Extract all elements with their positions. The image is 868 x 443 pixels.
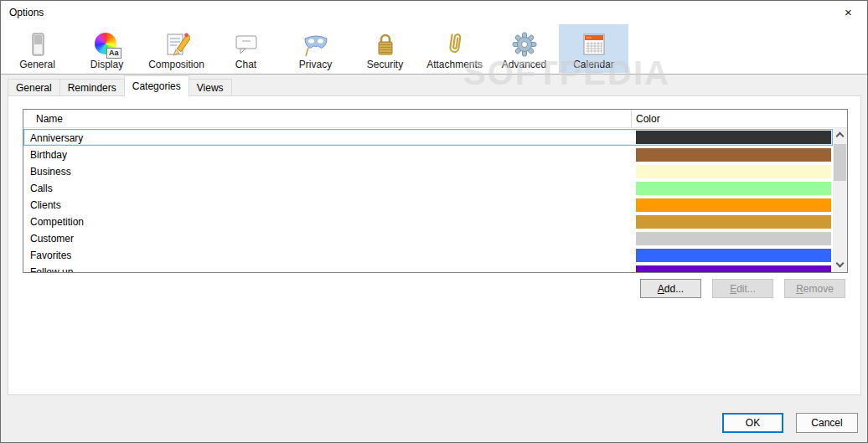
category-row[interactable]: Calls xyxy=(23,179,833,196)
add-button[interactable]: Add... xyxy=(640,279,701,298)
category-row[interactable]: Birthday xyxy=(23,146,833,162)
category-rows: Anniversary Birthday Business Calls Clie… xyxy=(23,129,833,273)
privacy-mask-icon xyxy=(302,31,329,58)
category-row[interactable]: Competition xyxy=(23,213,833,229)
toolbar-item-display[interactable]: Aa Display xyxy=(72,24,142,73)
category-row[interactable]: Clients xyxy=(23,196,833,213)
toolbar-item-label: Calendar xyxy=(573,59,614,70)
tab-label: General xyxy=(16,82,52,94)
attachments-paperclip-icon xyxy=(442,31,468,58)
toolbar-item-attachments[interactable]: Attachments xyxy=(420,24,489,73)
category-color-swatch xyxy=(636,131,831,144)
calendar-icon xyxy=(581,31,607,58)
category-row[interactable]: Favorites xyxy=(23,246,833,263)
category-color-swatch xyxy=(636,215,831,229)
toolbar-item-label: Composition xyxy=(148,59,204,70)
toolbar-item-composition[interactable]: Composition xyxy=(142,24,211,73)
category-row[interactable]: Follow up xyxy=(23,263,833,273)
toolbar-item-label: Advanced xyxy=(502,59,546,70)
advanced-gear-icon xyxy=(511,31,538,58)
options-toolbar: SOFTPEDIA General Aa Display Composi xyxy=(1,24,867,74)
tab-label: Views xyxy=(197,82,224,94)
tab-reminders[interactable]: Reminders xyxy=(59,79,125,96)
toolbar-item-general[interactable]: General xyxy=(3,24,72,73)
category-color-swatch xyxy=(636,165,831,178)
toolbar-item-label: Security xyxy=(367,59,403,70)
title-bar: Options × xyxy=(1,1,867,24)
categories-table: Name Color Anniversary Birthday Business… xyxy=(23,109,848,273)
remove-button[interactable]: Remove xyxy=(784,279,845,298)
category-name: Favorites xyxy=(30,250,71,261)
category-row[interactable]: Customer xyxy=(23,229,833,246)
categories-panel: Name Color Anniversary Birthday Business… xyxy=(8,95,861,395)
security-lock-icon xyxy=(372,31,399,58)
toolbar-item-label: General xyxy=(19,59,55,70)
tab-general[interactable]: General xyxy=(8,79,60,96)
toolbar-item-label: Display xyxy=(90,59,123,70)
options-dialog: Options × SOFTPEDIA General Aa Display xyxy=(0,0,868,443)
category-name: Anniversary xyxy=(30,132,83,144)
toolbar-item-label: Attachments xyxy=(426,59,483,70)
toolbar-item-calendar[interactable]: Calendar xyxy=(559,24,628,73)
category-color-swatch xyxy=(636,148,831,162)
category-color-swatch xyxy=(636,198,831,212)
toolbar-item-advanced[interactable]: Advanced xyxy=(489,24,559,73)
tab-label: Reminders xyxy=(68,82,116,94)
tab-label: Categories xyxy=(132,80,181,92)
toolbar-item-security[interactable]: Security xyxy=(350,24,420,73)
ok-button[interactable]: OK xyxy=(722,413,783,433)
toolbar-item-label: Privacy xyxy=(299,59,332,70)
scroll-down-icon[interactable] xyxy=(833,258,847,272)
column-header-color: Color xyxy=(636,113,660,125)
category-name: Follow up xyxy=(30,266,73,273)
general-icon xyxy=(24,31,51,58)
category-row[interactable]: Anniversary xyxy=(23,129,833,146)
column-divider xyxy=(631,110,632,128)
category-name: Customer xyxy=(30,233,74,245)
cancel-button[interactable]: Cancel xyxy=(796,413,858,433)
font-sample-label: Aa xyxy=(106,48,121,59)
category-name: Calls xyxy=(30,183,53,194)
category-name: Business xyxy=(30,166,71,178)
scrollbar-thumb[interactable] xyxy=(834,144,846,181)
category-color-swatch xyxy=(636,249,831,262)
edit-button[interactable]: Edit... xyxy=(712,279,773,298)
composition-icon xyxy=(163,31,190,58)
category-row[interactable]: Business xyxy=(23,162,833,179)
category-name: Birthday xyxy=(30,149,67,161)
close-icon[interactable]: × xyxy=(829,1,867,24)
toolbar-items: General Aa Display Composition Cha xyxy=(3,24,628,73)
toolbar-item-privacy[interactable]: Privacy xyxy=(281,24,350,73)
category-color-swatch xyxy=(636,182,831,195)
tab-categories[interactable]: Categories xyxy=(124,75,189,96)
vertical-scrollbar[interactable] xyxy=(833,128,847,272)
category-color-swatch xyxy=(636,232,831,245)
category-color-swatch xyxy=(636,265,831,273)
category-name: Competition xyxy=(30,216,84,228)
scroll-up-icon[interactable] xyxy=(833,128,847,142)
chat-icon xyxy=(233,31,260,58)
tab-strip: GeneralRemindersCategoriesViews xyxy=(8,76,231,96)
display-icon: Aa xyxy=(94,31,121,58)
tab-views[interactable]: Views xyxy=(189,79,232,96)
window-title: Options xyxy=(9,7,44,18)
column-header-name: Name xyxy=(36,113,63,125)
table-header: Name Color xyxy=(23,110,847,128)
toolbar-item-chat[interactable]: Chat xyxy=(211,24,281,73)
category-name: Clients xyxy=(30,199,61,211)
toolbar-item-label: Chat xyxy=(235,59,256,70)
dialog-footer: OK Cancel xyxy=(1,395,867,443)
